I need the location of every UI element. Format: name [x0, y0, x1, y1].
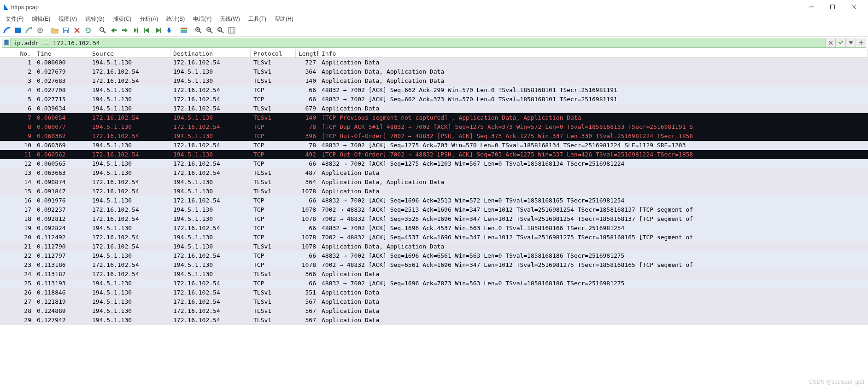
menu-item[interactable]: 文件(F): [2, 14, 27, 24]
menu-item[interactable]: 电话(Y): [189, 14, 215, 24]
menu-item[interactable]: 视图(V): [55, 14, 81, 24]
cell-time: 0.090874: [34, 178, 89, 187]
cell-prot: TCP: [251, 279, 296, 288]
packet-row[interactable]: 180.092812172.16.102.54194.5.1.130TCP107…: [0, 214, 868, 224]
menu-item[interactable]: 编辑(E): [28, 14, 54, 24]
cell-prot: TLSv1: [251, 187, 296, 196]
filter-bookmark-icon[interactable]: [2, 38, 11, 47]
packet-row[interactable]: 230.113186172.16.102.54194.5.1.130TCP107…: [0, 260, 868, 270]
menu-item[interactable]: 分析(A): [136, 14, 162, 24]
zoom-reset-button[interactable]: 1: [216, 25, 226, 35]
cell-time: 0.091976: [34, 196, 89, 205]
cell-info: 48832 → 7002 [ACK] Seq=1696 Ack=4537 Win…: [319, 224, 868, 233]
packet-row[interactable]: 80.060077194.5.1.130172.16.102.54TCP78[T…: [0, 122, 868, 132]
display-filter-input[interactable]: [11, 38, 825, 47]
close-button[interactable]: [843, 0, 864, 14]
cell-dst: 172.16.102.54: [170, 288, 251, 297]
cell-info: 7002 → 48832 [ACK] Seq=6561 Ack=1696 Win…: [319, 260, 868, 270]
cell-time: 0.039034: [34, 104, 89, 113]
cell-time: 0.060054: [34, 113, 89, 122]
packet-row[interactable]: 10.000000194.5.1.130172.16.102.54TLSv172…: [0, 58, 868, 67]
packet-row[interactable]: 100.060369194.5.1.130172.16.102.54TCP784…: [0, 141, 868, 150]
find-packet-button[interactable]: [98, 25, 108, 35]
packet-row[interactable]: 30.027683172.16.102.54194.5.1.130TLSv114…: [0, 76, 868, 86]
packet-row[interactable]: 90.060362172.16.102.54194.5.1.130TCP396[…: [0, 132, 868, 141]
colorize-button[interactable]: [179, 25, 189, 35]
cell-prot: TLSv1: [251, 113, 296, 122]
go-back-button[interactable]: [109, 25, 119, 35]
cell-prot: TCP: [251, 251, 296, 260]
packet-row[interactable]: 220.112797194.5.1.130172.16.102.54TCP664…: [0, 251, 868, 260]
cell-no: 2: [0, 67, 34, 76]
svg-marker-24: [156, 28, 160, 33]
auto-scroll-button[interactable]: [164, 25, 174, 35]
packet-row[interactable]: 140.090874172.16.102.54194.5.1.130TLSv13…: [0, 178, 868, 187]
cell-time: 0.121819: [34, 297, 89, 306]
packet-row[interactable]: 130.063663194.5.1.130172.16.102.54TLSv14…: [0, 168, 868, 178]
cell-src: 172.16.102.54: [89, 67, 170, 76]
cell-prot: TLSv1: [251, 242, 296, 251]
packet-row[interactable]: 210.112790172.16.102.54194.5.1.130TLSv11…: [0, 242, 868, 251]
packet-row[interactable]: 240.113187172.16.102.54194.5.1.130TLSv13…: [0, 270, 868, 279]
menu-item[interactable]: 工具(T): [245, 14, 270, 24]
menu-item[interactable]: 捕获(C): [109, 14, 135, 24]
cell-prot: TCP: [251, 214, 296, 224]
packet-list[interactable]: 10.000000194.5.1.130172.16.102.54TLSv172…: [0, 58, 868, 387]
open-file-button[interactable]: [50, 25, 60, 35]
packet-row[interactable]: 50.027715194.5.1.130172.16.102.54TCP6648…: [0, 95, 868, 104]
go-forward-button[interactable]: [120, 25, 130, 35]
col-source[interactable]: Source: [89, 49, 170, 58]
packet-row[interactable]: 270.121819194.5.1.130172.16.102.54TLSv15…: [0, 297, 868, 306]
cell-dst: 172.16.102.54: [170, 279, 251, 288]
menu-item[interactable]: 无线(W): [216, 14, 243, 24]
clear-filter-button[interactable]: [825, 38, 835, 47]
col-no[interactable]: No.: [0, 49, 34, 58]
col-info[interactable]: Info: [319, 49, 868, 58]
cell-len: 1078: [296, 242, 319, 251]
maximize-button[interactable]: [822, 0, 843, 14]
save-file-button[interactable]: [61, 25, 71, 35]
packet-row[interactable]: 20.027679172.16.102.54194.5.1.130TLSv136…: [0, 67, 868, 76]
col-length[interactable]: Length: [296, 49, 319, 58]
capture-options-button[interactable]: [35, 25, 45, 35]
go-first-button[interactable]: [142, 25, 152, 35]
cell-info: 48832 → 7002 [ACK] Seq=662 Ack=299 Win=5…: [319, 86, 868, 95]
menu-item[interactable]: 帮助(H): [271, 14, 297, 24]
packet-row[interactable]: 110.060562172.16.102.54194.5.1.130TCP492…: [0, 150, 868, 159]
close-file-button[interactable]: [72, 25, 82, 35]
packet-row[interactable]: 280.124889194.5.1.130172.16.102.54TLSv15…: [0, 306, 868, 316]
start-capture-button[interactable]: [2, 25, 12, 35]
packet-row[interactable]: 260.118846194.5.1.130172.16.102.54TLSv15…: [0, 288, 868, 297]
reload-file-button[interactable]: [83, 25, 93, 35]
packet-row[interactable]: 40.027708194.5.1.130172.16.102.54TCP6648…: [0, 86, 868, 95]
goto-packet-button[interactable]: [131, 25, 141, 35]
filter-history-button[interactable]: [845, 38, 856, 47]
col-protocol[interactable]: Protocol: [251, 49, 296, 58]
packet-row[interactable]: 200.112492172.16.102.54194.5.1.130TCP107…: [0, 233, 868, 242]
col-destination[interactable]: Destination: [170, 49, 251, 58]
stop-capture-button[interactable]: [13, 25, 23, 35]
packet-row[interactable]: 290.127942194.5.1.130172.16.102.54TLSv15…: [0, 316, 868, 325]
packet-row[interactable]: 70.060054172.16.102.54194.5.1.130TLSv114…: [0, 113, 868, 122]
minimize-button[interactable]: [801, 0, 822, 14]
menu-item[interactable]: 统计(S): [163, 14, 188, 24]
apply-filter-button[interactable]: [835, 38, 845, 47]
restart-capture-button[interactable]: [24, 25, 34, 35]
svg-marker-26: [167, 30, 171, 33]
packet-row[interactable]: 120.060565194.5.1.130172.16.102.54TCP664…: [0, 159, 868, 168]
go-last-button[interactable]: [153, 25, 163, 35]
packet-row[interactable]: 170.092237172.16.102.54194.5.1.130TCP107…: [0, 205, 868, 214]
resize-columns-button[interactable]: [227, 25, 237, 35]
packet-row[interactable]: 250.113193194.5.1.130172.16.102.54TCP664…: [0, 279, 868, 288]
packet-row[interactable]: 190.092824194.5.1.130172.16.102.54TCP664…: [0, 224, 868, 233]
menu-item[interactable]: 跳转(G): [82, 14, 108, 24]
filter-add-button[interactable]: [856, 38, 866, 47]
cell-dst: 194.5.1.130: [170, 205, 251, 214]
packet-row[interactable]: 150.091847172.16.102.54194.5.1.130TLSv11…: [0, 187, 868, 196]
cell-info: 48832 → 7002 [ACK] Seq=1696 Ack=6561 Win…: [319, 251, 868, 260]
zoom-out-button[interactable]: [205, 25, 215, 35]
packet-row[interactable]: 60.039034194.5.1.130172.16.102.54TLSv167…: [0, 104, 868, 113]
packet-row[interactable]: 160.091976194.5.1.130172.16.102.54TCP664…: [0, 196, 868, 205]
zoom-in-button[interactable]: [194, 25, 204, 35]
col-time[interactable]: Time: [34, 49, 89, 58]
